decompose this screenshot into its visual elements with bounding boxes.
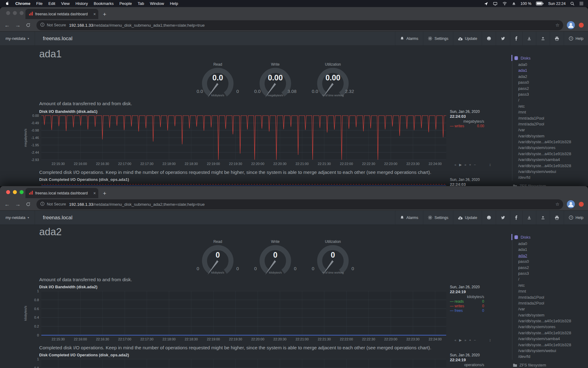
macos-close-button[interactable] [6,190,10,194]
bookmark-star-icon[interactable]: ☆ [556,22,560,28]
menubar-clock[interactable]: Sun 22:24 [548,2,566,6]
help-button[interactable]: ?Help [564,211,588,224]
alarms-button[interactable]: Alarms [395,32,423,45]
ops-plot[interactable] [41,358,446,368]
new-tab-button[interactable]: + [103,190,106,196]
sidebar-section-disks[interactable]: Disks [511,55,588,61]
import-icon[interactable] [536,32,550,45]
macos-close-button[interactable] [6,11,10,15]
sidebar-item-mnt[interactable]: /mnt [518,109,588,115]
sidebar-item-var-db-syste-a40c1e91b328[interactable]: /var/db/syste...a40c1e91b328 [518,342,588,348]
sidebar-item-var-db-system-cores[interactable]: /var/db/system/cores [518,145,588,151]
browser-menu-badge[interactable] [579,202,584,207]
pan-backward-icon[interactable]: « [454,163,456,167]
legend-series-frees[interactable]: — frees0 [450,309,484,313]
sidebar-item-var-db-system-webui[interactable]: /var/db/system/webui [518,348,588,354]
sidebar-item-mnt-ada2pool[interactable]: /mnt/ada2Pool [518,121,588,127]
sidebar-item-var-db-system[interactable]: /var/db/system [518,312,588,318]
chart-canvas[interactable]: megabytes/s 0.00-0.49-0.98-1.46-1.95-2.4… [24,115,499,160]
ops-plot[interactable] [41,183,446,186]
browser-tab[interactable]: freenas.local netdata dashboard × [25,9,98,19]
sidebar-item-var-db-syste-a40c1e91b328[interactable]: /var/db/syste...a40c1e91b328 [518,163,588,169]
browser-menu-badge[interactable] [579,23,584,28]
pan-forward-icon[interactable]: » [465,338,466,342]
sidebar-item-var[interactable]: /var [518,306,588,312]
gauge-write[interactable]: Write 0.00 0.0 3.08 megabytes/s [249,62,301,97]
macos-minimize-button[interactable] [13,190,17,194]
chart-canvas[interactable]: 10.8 [24,358,499,368]
play-icon[interactable]: ▶ [459,163,462,167]
gauge-utilization[interactable]: Utilization 0 0 0 % of time working [307,240,359,274]
sidebar-item-[interactable]: / [518,276,588,282]
export-icon[interactable] [522,32,536,45]
sidebar-item-pass0[interactable]: pass0 [518,259,588,264]
chart-disk-io-bandwidth[interactable]: Disk I/O Bandwidth (disk.ada1) megabytes… [24,109,499,167]
chart-canvas[interactable]: kilobytes/s 10.80.60.40.20 [24,290,499,336]
export-icon[interactable] [522,211,536,224]
legend-series-reads[interactable]: — reads0 [450,299,484,304]
sidebar-item-pass2[interactable]: pass2 [518,265,588,270]
zoom-out-icon[interactable]: − [474,163,476,167]
chart-toolbox[interactable]: «▶»+− [454,163,476,167]
wifi-icon[interactable] [502,2,507,6]
play-icon[interactable]: ▶ [459,338,462,342]
sidebar-section-disks[interactable]: Disks [511,234,588,240]
chart-canvas[interactable] [24,183,499,186]
sidebar-item-pass3[interactable]: pass3 [518,270,588,276]
pan-backward-icon[interactable]: « [454,338,456,342]
back-button[interactable]: ← [4,22,10,28]
sidebar-item-var-db-syste-a40c1e91b328[interactable]: /var/db/syste...a40c1e91b328 [518,330,588,336]
forward-button[interactable]: → [15,22,21,28]
menubar-item-history[interactable]: History [75,1,88,6]
bandwidth-plot[interactable] [41,115,446,160]
legend-series-writes[interactable]: — writes0.00 [450,124,484,128]
sidebar-item-pass3[interactable]: pass3 [518,91,588,97]
chart-disk-ops[interactable]: Disk Completed I/O Operations (disk_ops.… [24,352,499,368]
gauge-read[interactable]: Read 0 0 0 kilobytes/s [192,240,244,274]
facebook-icon[interactable] [510,32,522,45]
location-arrow-icon[interactable] [484,2,488,6]
twitter-icon[interactable] [496,32,510,45]
menubar-item-tab[interactable]: Tab [138,1,144,6]
tab-close-icon[interactable]: × [93,12,96,17]
zoom-in-icon[interactable]: + [469,163,471,167]
profile-avatar[interactable] [567,21,575,29]
print-icon[interactable] [550,211,564,224]
sidebar-section-zfs[interactable]: ZFS filesystem [511,362,588,368]
my-netdata-menu[interactable]: my-netdata▾ [0,32,35,45]
sidebar-item-ada2[interactable]: ada2 [518,74,588,79]
address-bar[interactable]: Not Secure 192.168.1.33/netdata/#menu_di… [36,199,563,209]
chart-resize-handle[interactable]: ↕ [489,338,491,342]
settings-button[interactable]: Settings [423,32,453,45]
spotlight-search-icon[interactable] [570,2,575,6]
zoom-in-icon[interactable]: + [469,338,471,342]
sidebar-item-var-db-system-samba4[interactable]: /var/db/system/samba4 [518,336,588,342]
sidebar-item-var-db-system[interactable]: /var/db/system [518,133,588,139]
sidebar-item-ada0[interactable]: ada0 [518,62,588,67]
sidebar-item-var-db-syste-a40c1e91b328[interactable]: /var/db/syste...a40c1e91b328 [518,318,588,324]
help-button[interactable]: ?Help [564,32,588,45]
sidebar-item-ada1[interactable]: ada1 [518,67,588,73]
battery-icon[interactable] [536,2,544,6]
my-netdata-menu[interactable]: my-netdata▾ [0,211,35,224]
sidebar-item-dev-fd[interactable]: /dev/fd [518,354,588,359]
sidebar-item-mnt-ada1pool[interactable]: /mnt/ada1Pool [518,115,588,121]
menubar-item-chrome[interactable]: Chrome [15,1,30,6]
sidebar-item-etc[interactable]: /etc [518,282,588,288]
gauge-utilization[interactable]: Utilization 0.00 0.0 2.32 % of time work… [307,62,359,97]
display-icon[interactable] [493,2,498,6]
chart-disk-io-bandwidth[interactable]: Disk I/O Bandwidth (disk.ada2) kilobytes… [24,284,499,343]
sidebar-item-pass2[interactable]: pass2 [518,86,588,91]
sidebar-item-pass0[interactable]: pass0 [518,79,588,85]
gauge-write[interactable]: Write 0 0 0 kilobytes/s [249,240,301,274]
twitter-icon[interactable] [496,211,510,224]
sidebar-item-var-db-syste-a40c1e91b328[interactable]: /var/db/syste...a40c1e91b328 [518,139,588,145]
sidebar-item-var[interactable]: /var [518,127,588,133]
menubar-item-file[interactable]: File [36,1,43,6]
sidebar-item-ada1[interactable]: ada1 [518,247,588,252]
notification-list-icon[interactable] [579,2,584,6]
address-bar[interactable]: Not Secure 192.168.1.33/netdata/#menu_di… [36,20,563,30]
sidebar-item-var-db-system-cores[interactable]: /var/db/system/cores [518,324,588,330]
macos-minimize-button[interactable] [13,11,17,15]
menubar-item-people[interactable]: People [119,1,132,6]
